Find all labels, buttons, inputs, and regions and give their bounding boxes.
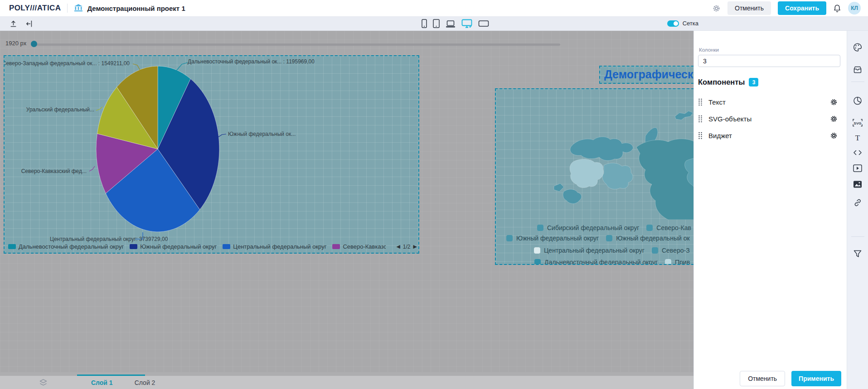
map-legend-label: Северо-Кав [656,224,691,231]
polymatica-editor: POLY///ATICA Демонстрационный проект 1 О… [0,0,868,389]
device-phone-icon[interactable] [422,19,427,28]
video-icon[interactable] [853,164,863,173]
legend-swatch [223,244,230,249]
link-icon[interactable] [853,198,862,207]
legend-item[interactable]: Северо-Кавказский федеральный округ [332,243,386,250]
map-legend-swatch[interactable] [646,225,653,231]
pie-chart[interactable] [5,56,419,254]
grid-toggle-group: Сетка [667,20,698,27]
component-gear-icon[interactable] [830,132,838,139]
device-desktop-icon-active[interactable] [461,19,472,28]
component-row-widget[interactable]: Виджет [698,127,840,144]
legend-swatch [332,244,340,249]
legend-next-icon[interactable]: ▶ [413,244,417,249]
pie-callout-skfo: Северо-Кавказский фед... [21,168,87,174]
notifications-bell-icon[interactable] [833,4,841,13]
filter-funnel-icon[interactable] [853,250,862,258]
component-gear-icon[interactable] [830,98,838,106]
project-icon [74,4,83,12]
components-list: Текст SVG-объекты [698,94,840,144]
pie-callout-szfo: Северо-Западный федеральный ок... : 1549… [4,60,130,67]
canvas-width-slider-track[interactable] [34,43,560,46]
drag-handle-icon[interactable] [698,132,703,139]
pie-callout-yuzhny: Южный федеральный ок... [228,131,296,137]
components-heading: Компоненты [698,78,745,86]
canvas-width-slider-knob[interactable] [31,41,37,47]
drag-handle-icon[interactable] [698,115,703,123]
legend-pagination: ◀ 1/2 ▶ [396,243,417,250]
layer-bar: Слой 1 Слой 2 [0,376,693,389]
widget-type-sidebar: SVG T [847,31,868,389]
palette-icon[interactable] [853,43,863,52]
pie-callout-central: Центральный федеральный округ: 3739729,0… [50,236,168,242]
pie-callout-ural: Уральский федеральный... [26,106,94,113]
drag-handle-icon[interactable] [698,98,703,106]
header-divider [67,4,68,13]
map-legend-swatch[interactable] [665,259,671,265]
columns-field-label: Колонки [699,47,840,53]
legend-prev-icon[interactable]: ◀ [396,244,400,249]
map-legend-label[interactable]: Дальневосточный федеральный округ [544,259,658,265]
svg-object-icon[interactable]: SVG [853,119,863,127]
legend-swatch [130,244,137,249]
legend-page-indicator: 1/2 [403,244,411,250]
map-legend-swatch[interactable] [606,235,612,241]
map-legend-row: Южный федеральный округ Южный федеральны… [506,235,697,242]
sidebar-divider [851,82,864,82]
component-row-text[interactable]: Текст [698,94,840,110]
component-label: Текст [708,98,726,106]
map-legend-row: Центральный федеральный округ Северо-З [534,247,697,254]
pie-legend: Дальневосточный федеральный округ Южный … [8,243,386,250]
panel-apply-button[interactable]: Применить [791,371,841,386]
code-icon[interactable] [853,149,863,156]
legend-swatch [8,244,16,249]
layer-bar-strip [0,372,693,376]
polymatica-logo: POLY///ATICA [9,4,61,13]
layers-icon[interactable] [39,379,48,386]
pie-chart-icon[interactable] [853,96,863,106]
component-label: SVG-объекты [708,115,752,123]
save-button[interactable]: Сохранить [778,1,826,15]
component-settings-panel: Колонки Компоненты 3 Текст SVG- [693,31,847,389]
columns-input[interactable] [698,55,840,67]
device-laptop-icon[interactable] [446,20,456,28]
panel-cancel-button[interactable]: Отменить [740,371,785,386]
svg-text:SVG: SVG [854,121,862,125]
project-title: Демонстрационный проект 1 [87,5,185,12]
map-legend-swatch[interactable] [534,247,540,254]
avatar[interactable]: КЛ [848,2,861,14]
device-preview-switcher [422,19,489,28]
component-row-svg[interactable]: SVG-объекты [698,110,840,127]
upload-icon[interactable] [9,19,18,28]
canvas-width-label: 1920 px [5,40,26,47]
grid-toggle-label: Сетка [683,20,698,27]
component-label: Виджет [708,132,732,139]
tab-layer-1[interactable]: Слой 1 [91,379,113,386]
legend-label: Дальневосточный федеральный округ [19,243,124,250]
map-legend-swatch[interactable] [506,235,513,241]
map-legend-label: Южный федеральный округ [516,235,599,242]
collapse-left-icon[interactable] [25,19,34,28]
map-legend-label: Северо-З [662,247,690,254]
device-tablet-icon[interactable] [433,19,440,28]
drawer-icon[interactable] [853,65,863,74]
map-legend-label: Прив [675,259,690,265]
component-gear-icon[interactable] [830,115,838,123]
cancel-button[interactable]: Отменить [727,1,771,15]
legend-item[interactable]: Южный федеральный округ [130,243,217,250]
map-legend-swatch[interactable] [652,247,658,254]
map-legend-swatch[interactable] [534,259,541,265]
legend-item[interactable]: Центральный федеральный округ [223,243,326,250]
pie-callout-dfo: Дальневосточный федеральный ок... : 1195… [188,58,315,65]
map-legend-label: Сибирский федеральный округ [547,224,639,231]
legend-item[interactable]: Дальневосточный федеральный округ [8,243,124,250]
grid-toggle[interactable] [667,20,679,27]
settings-gear-icon[interactable] [712,4,721,13]
device-widescreen-icon[interactable] [478,19,489,28]
tab-layer-2[interactable]: Слой 2 [135,379,155,386]
image-icon[interactable] [853,180,863,188]
pie-chart-widget[interactable]: Северо-Западный федеральный ок... : 1549… [4,55,419,254]
map-legend-swatch[interactable] [537,225,543,231]
header: POLY///ATICA Демонстрационный проект 1 О… [0,0,868,17]
text-icon[interactable]: T [853,134,862,142]
